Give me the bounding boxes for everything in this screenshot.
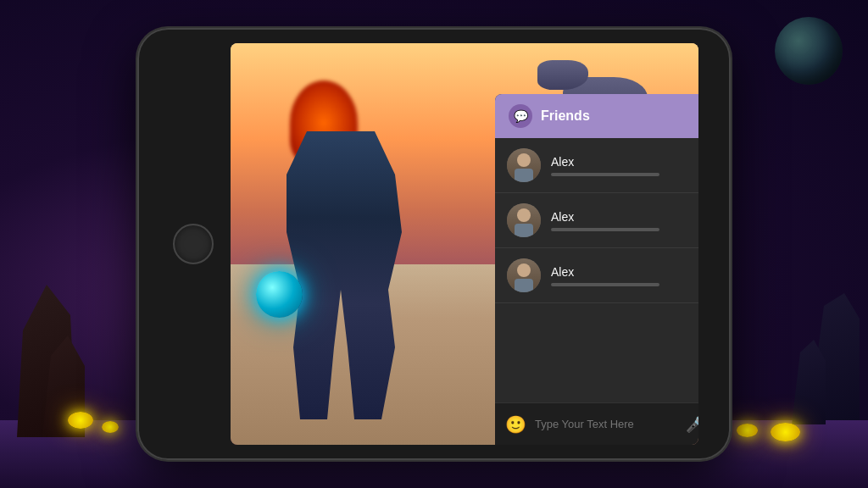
friend-name-3: Alex xyxy=(551,265,687,279)
avatar-person-2 xyxy=(507,203,541,237)
friend-item-2[interactable]: Alex xyxy=(495,193,698,248)
avatar-body-1 xyxy=(515,169,533,182)
message-bar: 🙂 🎤 xyxy=(495,402,698,445)
emoji-button[interactable]: 🙂 xyxy=(505,414,526,435)
tablet-screen: 💬 Friends Alex xyxy=(231,43,698,445)
friend-name-2: Alex xyxy=(551,210,687,224)
friend-avatar-2 xyxy=(507,203,541,237)
tablet-home-button[interactable] xyxy=(173,224,214,264)
ground-orb-3 xyxy=(737,424,758,437)
ground-orb-2 xyxy=(102,421,119,433)
friend-avatar-3 xyxy=(507,258,541,292)
tablet-device: 💬 Friends Alex xyxy=(137,28,731,460)
friend-info-2: Alex xyxy=(551,210,687,231)
mic-button[interactable]: 🎤 xyxy=(686,415,698,434)
avatar-head-3 xyxy=(517,263,531,277)
friends-list: Alex Alex xyxy=(495,138,698,402)
avatar-person-3 xyxy=(507,258,541,292)
message-input[interactable] xyxy=(535,418,677,430)
friend-info-1: Alex xyxy=(551,155,687,176)
avatar-body-3 xyxy=(515,279,533,292)
ground-orb-1 xyxy=(68,412,93,429)
character-orb xyxy=(256,271,303,318)
avatar-body-2 xyxy=(515,224,533,237)
game-character xyxy=(248,97,459,419)
friends-title: Friends xyxy=(541,108,590,124)
friend-info-3: Alex xyxy=(551,265,687,286)
avatar-head-1 xyxy=(517,153,531,167)
friend-item-3[interactable]: Alex xyxy=(495,248,698,303)
ground-orb-4 xyxy=(771,423,800,441)
friend-status-bar-1 xyxy=(551,173,659,176)
friend-item-1[interactable]: Alex xyxy=(495,138,698,193)
friend-name-1: Alex xyxy=(551,155,687,169)
friend-status-bar-2 xyxy=(551,228,659,231)
avatar-person-1 xyxy=(507,148,541,182)
chat-bubble-icon: 💬 xyxy=(509,104,532,128)
friend-status-bar-3 xyxy=(551,283,659,286)
friends-overlay: 💬 Friends Alex xyxy=(495,94,698,402)
avatar-head-2 xyxy=(517,208,531,222)
friend-avatar-1 xyxy=(507,148,541,182)
floating-island-2 xyxy=(537,60,588,90)
rock-right-2 xyxy=(792,340,826,424)
friends-header: 💬 Friends xyxy=(495,94,698,138)
planet-top-right xyxy=(775,17,843,85)
